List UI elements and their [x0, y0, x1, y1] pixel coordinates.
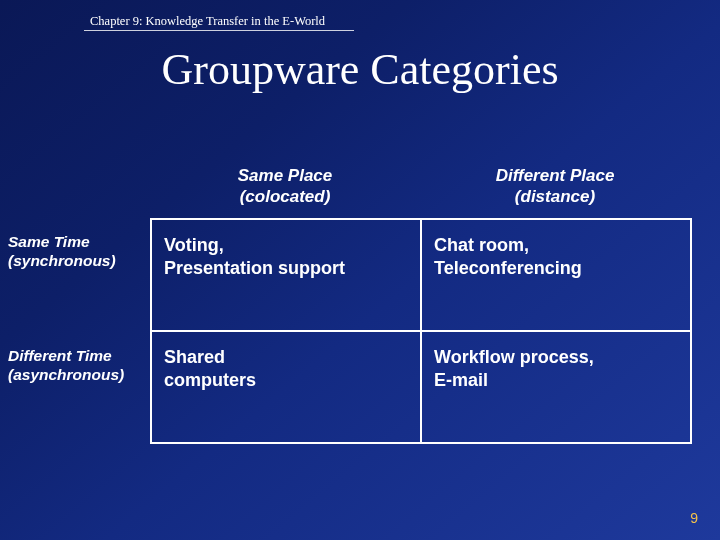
cell-line: E-mail	[434, 370, 488, 390]
chapter-label: Chapter 9: Knowledge Transfer in the E-W…	[90, 14, 325, 29]
cell-same-time-same-place: Voting, Presentation support	[151, 219, 421, 331]
cell-line: Voting,	[164, 235, 224, 255]
cell-line: Teleconferencing	[434, 258, 582, 278]
colhead-line: Same Place	[238, 166, 333, 185]
table-row: Shared computers Workflow process, E-mai…	[151, 331, 691, 443]
cell-same-time-different-place: Chat room, Teleconferencing	[421, 219, 691, 331]
slide: Chapter 9: Knowledge Transfer in the E-W…	[0, 0, 720, 540]
groupware-matrix: Voting, Presentation support Chat room, …	[150, 218, 692, 444]
table-row: Voting, Presentation support Chat room, …	[151, 219, 691, 331]
row-header-same-time: Same Time (synchronous)	[8, 232, 158, 271]
rowhead-line: (asynchronous)	[8, 366, 124, 383]
rowhead-line: (synchronous)	[8, 252, 116, 269]
cell-line: Chat room,	[434, 235, 529, 255]
cell-different-time-different-place: Workflow process, E-mail	[421, 331, 691, 443]
rowhead-line: Same Time	[8, 233, 90, 250]
column-headers: Same Place (colocated) Different Place (…	[150, 165, 690, 208]
row-header-different-time: Different Time (asynchronous)	[8, 346, 158, 385]
column-header-different-place: Different Place (distance)	[420, 165, 690, 208]
colhead-line: Different Place	[496, 166, 615, 185]
cell-different-time-same-place: Shared computers	[151, 331, 421, 443]
slide-number: 9	[690, 510, 698, 526]
chapter-underline	[84, 30, 354, 31]
colhead-line: (colocated)	[240, 187, 331, 206]
slide-title: Groupware Categories	[0, 44, 720, 95]
cell-line: computers	[164, 370, 256, 390]
colhead-line: (distance)	[515, 187, 595, 206]
rowhead-line: Different Time	[8, 347, 112, 364]
cell-line: Workflow process,	[434, 347, 594, 367]
column-header-same-place: Same Place (colocated)	[150, 165, 420, 208]
cell-line: Presentation support	[164, 258, 345, 278]
cell-line: Shared	[164, 347, 225, 367]
